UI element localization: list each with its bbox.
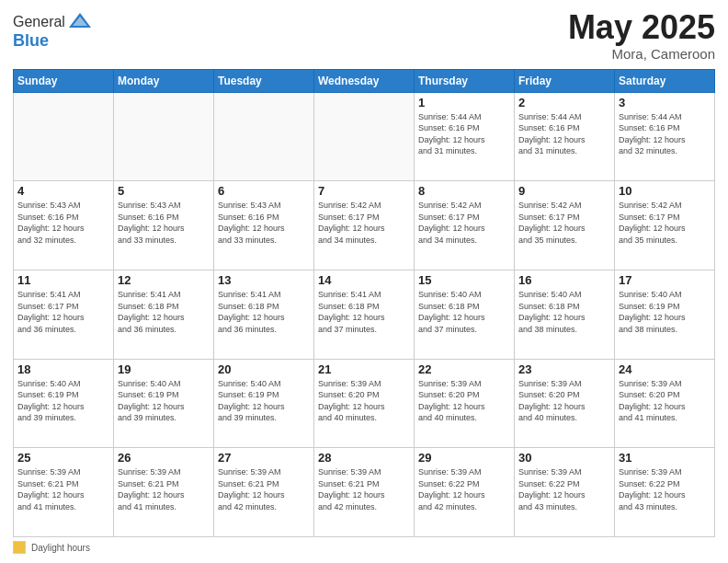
daylight-box-icon — [13, 541, 26, 554]
weekday-header-tuesday: Tuesday — [214, 69, 314, 92]
day-number: 26 — [118, 451, 210, 465]
day-number: 21 — [318, 362, 410, 376]
day-info: Sunrise: 5:41 AM Sunset: 6:18 PM Dayligh… — [318, 289, 410, 335]
calendar-cell: 8Sunrise: 5:42 AM Sunset: 6:17 PM Daylig… — [415, 181, 515, 270]
day-number: 29 — [418, 451, 510, 465]
day-number: 20 — [218, 362, 310, 376]
day-info: Sunrise: 5:44 AM Sunset: 6:16 PM Dayligh… — [518, 111, 610, 157]
day-number: 8 — [418, 184, 510, 198]
calendar-cell: 12Sunrise: 5:41 AM Sunset: 6:18 PM Dayli… — [114, 270, 214, 359]
calendar-cell: 11Sunrise: 5:41 AM Sunset: 6:17 PM Dayli… — [14, 270, 114, 359]
header: General Blue May 2025 Mora, Cameroon — [13, 9, 715, 62]
day-number: 3 — [619, 96, 711, 109]
calendar-cell: 6Sunrise: 5:43 AM Sunset: 6:16 PM Daylig… — [214, 181, 314, 270]
day-number: 7 — [318, 184, 410, 198]
calendar-cell: 16Sunrise: 5:40 AM Sunset: 6:18 PM Dayli… — [515, 270, 615, 359]
day-info: Sunrise: 5:43 AM Sunset: 6:16 PM Dayligh… — [218, 200, 310, 246]
day-number: 12 — [118, 273, 210, 287]
calendar-cell: 9Sunrise: 5:42 AM Sunset: 6:17 PM Daylig… — [515, 181, 615, 270]
calendar-cell: 13Sunrise: 5:41 AM Sunset: 6:18 PM Dayli… — [214, 270, 314, 359]
calendar-cell: 3Sunrise: 5:44 AM Sunset: 6:16 PM Daylig… — [615, 92, 715, 181]
daylight-label: Daylight hours — [31, 543, 90, 553]
day-number: 13 — [218, 273, 310, 287]
calendar-cell: 24Sunrise: 5:39 AM Sunset: 6:20 PM Dayli… — [615, 359, 715, 448]
calendar-cell: 25Sunrise: 5:39 AM Sunset: 6:21 PM Dayli… — [14, 448, 114, 537]
day-number: 6 — [218, 184, 310, 198]
day-info: Sunrise: 5:41 AM Sunset: 6:18 PM Dayligh… — [118, 289, 210, 335]
day-number: 2 — [518, 96, 610, 109]
calendar-cell: 20Sunrise: 5:40 AM Sunset: 6:19 PM Dayli… — [214, 359, 314, 448]
day-number: 22 — [418, 362, 510, 376]
day-info: Sunrise: 5:42 AM Sunset: 6:17 PM Dayligh… — [418, 200, 510, 246]
calendar-cell: 27Sunrise: 5:39 AM Sunset: 6:21 PM Dayli… — [214, 448, 314, 537]
calendar-cell: 30Sunrise: 5:39 AM Sunset: 6:22 PM Dayli… — [515, 448, 615, 537]
week-row-4: 18Sunrise: 5:40 AM Sunset: 6:19 PM Dayli… — [14, 359, 715, 448]
calendar-cell: 21Sunrise: 5:39 AM Sunset: 6:20 PM Dayli… — [314, 359, 415, 448]
calendar-cell: 5Sunrise: 5:43 AM Sunset: 6:16 PM Daylig… — [114, 181, 214, 270]
day-number: 15 — [418, 273, 510, 287]
day-info: Sunrise: 5:41 AM Sunset: 6:17 PM Dayligh… — [17, 289, 109, 335]
calendar-cell: 17Sunrise: 5:40 AM Sunset: 6:19 PM Dayli… — [615, 270, 715, 359]
day-info: Sunrise: 5:44 AM Sunset: 6:16 PM Dayligh… — [418, 111, 510, 157]
calendar-cell: 14Sunrise: 5:41 AM Sunset: 6:18 PM Dayli… — [314, 270, 415, 359]
weekday-header-thursday: Thursday — [415, 69, 515, 92]
title-month: May 2025 — [568, 9, 715, 46]
day-info: Sunrise: 5:44 AM Sunset: 6:16 PM Dayligh… — [619, 111, 711, 157]
day-info: Sunrise: 5:39 AM Sunset: 6:21 PM Dayligh… — [118, 466, 210, 512]
day-info: Sunrise: 5:41 AM Sunset: 6:18 PM Dayligh… — [218, 289, 310, 335]
calendar-cell: 28Sunrise: 5:39 AM Sunset: 6:21 PM Dayli… — [314, 448, 415, 537]
day-number: 4 — [17, 184, 109, 198]
calendar-cell: 2Sunrise: 5:44 AM Sunset: 6:16 PM Daylig… — [515, 92, 615, 181]
calendar-cell — [114, 92, 214, 181]
calendar-cell: 23Sunrise: 5:39 AM Sunset: 6:20 PM Dayli… — [515, 359, 615, 448]
footer-note: Daylight hours — [13, 541, 715, 554]
day-info: Sunrise: 5:39 AM Sunset: 6:21 PM Dayligh… — [218, 466, 310, 512]
calendar-table: SundayMondayTuesdayWednesdayThursdayFrid… — [13, 69, 715, 537]
day-number: 25 — [17, 451, 109, 465]
weekday-header-friday: Friday — [515, 69, 615, 92]
day-number: 27 — [218, 451, 310, 465]
page: General Blue May 2025 Mora, Cameroon Sun… — [0, 0, 728, 563]
calendar-cell: 18Sunrise: 5:40 AM Sunset: 6:19 PM Dayli… — [14, 359, 114, 448]
day-info: Sunrise: 5:39 AM Sunset: 6:20 PM Dayligh… — [518, 378, 610, 424]
day-info: Sunrise: 5:40 AM Sunset: 6:19 PM Dayligh… — [17, 378, 109, 424]
calendar-cell: 22Sunrise: 5:39 AM Sunset: 6:20 PM Dayli… — [415, 359, 515, 448]
day-info: Sunrise: 5:40 AM Sunset: 6:18 PM Dayligh… — [418, 289, 510, 335]
calendar-cell: 4Sunrise: 5:43 AM Sunset: 6:16 PM Daylig… — [14, 181, 114, 270]
day-number: 19 — [118, 362, 210, 376]
day-info: Sunrise: 5:42 AM Sunset: 6:17 PM Dayligh… — [619, 200, 711, 246]
weekday-header-wednesday: Wednesday — [314, 69, 415, 92]
calendar-cell: 29Sunrise: 5:39 AM Sunset: 6:22 PM Dayli… — [415, 448, 515, 537]
day-number: 24 — [619, 362, 711, 376]
title-block: May 2025 Mora, Cameroon — [568, 9, 715, 62]
calendar-cell: 7Sunrise: 5:42 AM Sunset: 6:17 PM Daylig… — [314, 181, 415, 270]
day-number: 14 — [318, 273, 410, 287]
logo-icon — [67, 9, 93, 35]
day-info: Sunrise: 5:39 AM Sunset: 6:20 PM Dayligh… — [418, 378, 510, 424]
calendar-cell: 26Sunrise: 5:39 AM Sunset: 6:21 PM Dayli… — [114, 448, 214, 537]
calendar-cell: 15Sunrise: 5:40 AM Sunset: 6:18 PM Dayli… — [415, 270, 515, 359]
calendar-cell: 1Sunrise: 5:44 AM Sunset: 6:16 PM Daylig… — [415, 92, 515, 181]
week-row-1: 1Sunrise: 5:44 AM Sunset: 6:16 PM Daylig… — [14, 92, 715, 181]
day-number: 16 — [518, 273, 610, 287]
calendar-cell: 31Sunrise: 5:39 AM Sunset: 6:22 PM Dayli… — [615, 448, 715, 537]
day-number: 23 — [518, 362, 610, 376]
day-number: 30 — [518, 451, 610, 465]
weekday-header-monday: Monday — [114, 69, 214, 92]
weekday-header-row: SundayMondayTuesdayWednesdayThursdayFrid… — [14, 69, 715, 92]
logo: General Blue — [13, 9, 93, 51]
day-number: 18 — [17, 362, 109, 376]
calendar-cell — [14, 92, 114, 181]
day-info: Sunrise: 5:40 AM Sunset: 6:19 PM Dayligh… — [118, 378, 210, 424]
day-info: Sunrise: 5:40 AM Sunset: 6:19 PM Dayligh… — [619, 289, 711, 335]
day-info: Sunrise: 5:43 AM Sunset: 6:16 PM Dayligh… — [17, 200, 109, 246]
day-info: Sunrise: 5:42 AM Sunset: 6:17 PM Dayligh… — [518, 200, 610, 246]
day-info: Sunrise: 5:40 AM Sunset: 6:19 PM Dayligh… — [218, 378, 310, 424]
day-number: 31 — [619, 451, 711, 465]
day-info: Sunrise: 5:39 AM Sunset: 6:20 PM Dayligh… — [619, 378, 711, 424]
logo-general-text: General — [13, 14, 65, 30]
calendar-cell — [214, 92, 314, 181]
day-info: Sunrise: 5:42 AM Sunset: 6:17 PM Dayligh… — [318, 200, 410, 246]
week-row-3: 11Sunrise: 5:41 AM Sunset: 6:17 PM Dayli… — [14, 270, 715, 359]
day-info: Sunrise: 5:39 AM Sunset: 6:22 PM Dayligh… — [619, 466, 711, 512]
